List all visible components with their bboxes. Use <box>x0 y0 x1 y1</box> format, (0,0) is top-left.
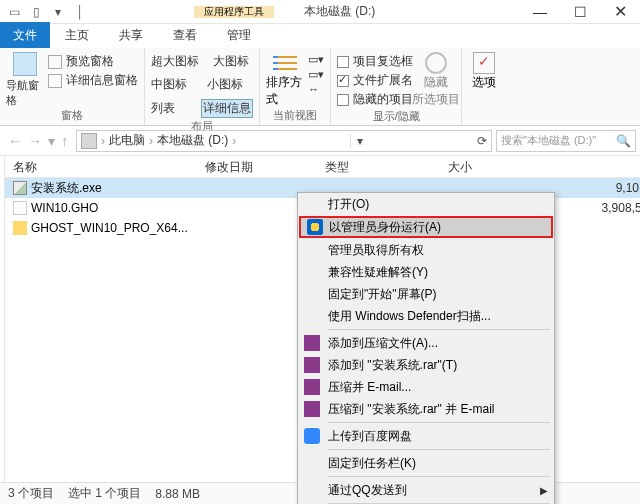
cm-separator <box>328 422 550 423</box>
up-button[interactable]: ↑ <box>61 133 68 149</box>
group-label: 显示/隐藏 <box>337 109 455 124</box>
search-box[interactable]: 搜索"本地磁盘 (D:)" 🔍 <box>496 130 636 152</box>
view-s-icons[interactable]: 小图标 <box>207 76 243 93</box>
view-list[interactable]: 列表 <box>151 100 175 117</box>
details-pane-button[interactable]: 详细信息窗格 <box>48 71 138 90</box>
tab-manage[interactable]: 管理 <box>212 22 266 48</box>
search-placeholder: 搜索"本地磁盘 (D:)" <box>501 133 616 148</box>
hide-icon <box>425 52 447 74</box>
tab-share[interactable]: 共享 <box>104 22 158 48</box>
options-button[interactable]: 选项 <box>468 52 500 109</box>
tree-onedrive[interactable]: ›OneDrive <box>2 333 4 351</box>
item-checkboxes-toggle[interactable]: 项目复选框 <box>337 52 413 71</box>
back-button[interactable]: ← <box>8 133 22 149</box>
cm-separator <box>328 449 550 450</box>
cm-upload-baidu[interactable]: 上传到百度网盘 <box>298 425 554 447</box>
hide-selected-button[interactable]: 隐藏 所选项目 <box>417 52 455 109</box>
view-m-icons[interactable]: 中图标 <box>151 76 187 93</box>
cm-defender-scan[interactable]: 使用 Windows Defender扫描... <box>298 305 554 327</box>
qat-sep: │ <box>70 2 90 22</box>
groupby-button[interactable]: ▭▾ <box>308 52 324 67</box>
cm-send-qq[interactable]: 通过QQ发送到▶ <box>298 479 554 501</box>
breadcrumb-sep[interactable]: › <box>232 134 236 148</box>
group-label: 当前视图 <box>266 108 324 123</box>
sort-label: 排序方式 <box>266 74 304 108</box>
nav-pane-button[interactable]: 导航窗格 <box>6 52 44 108</box>
nav-pane-icon <box>13 52 37 76</box>
window-title: 本地磁盘 (D:) <box>304 3 375 20</box>
cm-admin-ownership[interactable]: 管理员取得所有权 <box>298 239 554 261</box>
cm-pin-start[interactable]: 固定到"开始"屏幕(P) <box>298 283 554 305</box>
details-icon <box>48 74 62 88</box>
window-controls: — ☐ ✕ <box>520 0 640 24</box>
view-xl-icons[interactable]: 超大图标 <box>151 53 199 70</box>
drive-icon: ▭ <box>4 2 24 22</box>
tab-file[interactable]: 文件 <box>0 22 50 48</box>
cm-add-archive[interactable]: 添加到压缩文件(A)... <box>298 332 554 354</box>
ribbon-group-layout: 超大图标 大图标 中图标 小图标 列表 详细信息 布局 <box>145 48 260 125</box>
nav-arrows: ← → ▾ ↑ <box>4 133 72 149</box>
addr-dropdown[interactable]: ▾ <box>350 134 363 148</box>
view-details[interactable]: 详细信息 <box>201 99 253 118</box>
group-label: 窗格 <box>6 108 138 123</box>
recent-button[interactable]: ▾ <box>48 133 55 149</box>
cm-compress-rar-email[interactable]: 压缩到 "安装系统.rar" 并 E-mail <box>298 398 554 420</box>
breadcrumb-sep[interactable]: › <box>101 134 105 148</box>
file-ext-toggle[interactable]: 文件扩展名 <box>337 71 413 90</box>
ribbon-tabs: 文件 主页 共享 查看 管理 <box>0 24 640 48</box>
rar-icon <box>304 401 320 417</box>
view-l-icons[interactable]: 大图标 <box>213 53 249 70</box>
options-icon <box>473 52 495 74</box>
col-type[interactable]: 类型 <box>317 156 397 177</box>
cm-compat-troubleshoot[interactable]: 兼容性疑难解答(Y) <box>298 261 554 283</box>
hidden-items-toggle[interactable]: 隐藏的项目 <box>337 90 413 109</box>
address-bar[interactable]: › 此电脑 › 本地磁盘 (D:) › ▾ ⟳ <box>76 130 492 152</box>
file-icon <box>13 201 27 215</box>
forward-button[interactable]: → <box>28 133 42 149</box>
search-icon[interactable]: 🔍 <box>616 134 631 148</box>
cm-separator <box>328 476 550 477</box>
file-icon <box>13 181 27 195</box>
checkbox-icon <box>337 56 349 68</box>
addcols-button[interactable]: ▭▾ <box>308 67 324 82</box>
contextual-tab-header: 应用程序工具 <box>194 6 274 18</box>
cm-compress-email[interactable]: 压缩并 E-mail... <box>298 376 554 398</box>
breadcrumb-sep[interactable]: › <box>149 134 153 148</box>
col-date[interactable]: 修改日期 <box>197 156 317 177</box>
contextual-tab-label: 应用程序工具 <box>194 6 274 18</box>
tab-home[interactable]: 主页 <box>50 22 104 48</box>
cm-open[interactable]: 打开(O) <box>298 193 554 215</box>
tree-this-pc[interactable]: ⌄此电脑 <box>2 359 4 414</box>
col-size[interactable]: 大小 <box>397 156 481 177</box>
file-icon <box>13 221 27 235</box>
baidu-icon <box>304 428 320 444</box>
address-row: ← → ▾ ↑ › 此电脑 › 本地磁盘 (D:) › ▾ ⟳ 搜索"本地磁盘 … <box>0 126 640 156</box>
ribbon-group-options: 选项 <box>462 48 506 125</box>
close-button[interactable]: ✕ <box>600 0 640 24</box>
qat-item[interactable]: ▯ <box>26 2 46 22</box>
breadcrumb-pc[interactable]: 此电脑 <box>109 132 145 149</box>
maximize-button[interactable]: ☐ <box>560 0 600 24</box>
title-bar: ▭ ▯ ▾ │ 应用程序工具 本地磁盘 (D:) — ☐ ✕ <box>0 0 640 24</box>
rar-icon <box>304 335 320 351</box>
ribbon-group-showhide: 项目复选框 文件扩展名 隐藏的项目 隐藏 所选项目 显示/隐藏 <box>331 48 462 125</box>
breadcrumb-drive[interactable]: 本地磁盘 (D:) <box>157 132 228 149</box>
ribbon-group-panes: 导航窗格 预览窗格 详细信息窗格 窗格 <box>0 48 145 125</box>
sort-button[interactable]: 排序方式 <box>266 52 304 108</box>
tab-view[interactable]: 查看 <box>158 22 212 48</box>
sizecols-button[interactable]: ↔ <box>308 82 324 96</box>
minimize-button[interactable]: — <box>520 0 560 24</box>
group-label <box>468 109 500 121</box>
qat-dropdown[interactable]: ▾ <box>48 2 68 22</box>
status-selected: 选中 1 个项目 <box>68 485 141 502</box>
ribbon: 导航窗格 预览窗格 详细信息窗格 窗格 超大图标 大图标 中图标 小图标 列表 … <box>0 48 640 126</box>
sort-icon <box>271 52 299 74</box>
file-name: WIN10.GHO <box>31 201 98 215</box>
refresh-button[interactable]: ⟳ <box>477 134 487 148</box>
column-headers: 名称 修改日期 类型 大小 <box>5 156 640 178</box>
cm-add-rar[interactable]: 添加到 "安装系统.rar"(T) <box>298 354 554 376</box>
preview-pane-button[interactable]: 预览窗格 <box>48 52 138 71</box>
col-name[interactable]: 名称 <box>5 156 197 177</box>
cm-run-as-admin[interactable]: 以管理员身份运行(A) <box>299 216 553 238</box>
cm-pin-taskbar[interactable]: 固定到任务栏(K) <box>298 452 554 474</box>
